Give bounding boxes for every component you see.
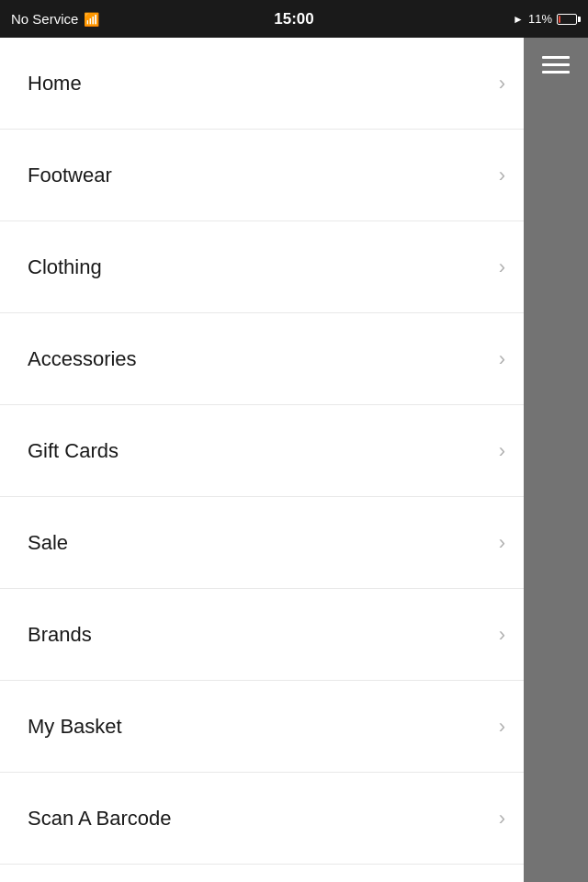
main-content: Home › Footwear › Clothing › Accessories…	[0, 38, 588, 882]
carrier-text: No Service	[11, 11, 78, 27]
chevron-right-icon: ›	[499, 623, 505, 647]
menu-item-label: Home	[28, 72, 82, 96]
status-right: ► 11%	[513, 12, 577, 26]
battery-fill	[559, 16, 560, 23]
menu-item-label: Gift Cards	[28, 439, 119, 463]
status-bar: No Service 📶 15:00 ► 11%	[0, 0, 588, 38]
hamburger-line-2	[542, 63, 570, 66]
battery-icon	[557, 14, 577, 25]
menu-item-footwear[interactable]: Footwear ›	[0, 130, 524, 221]
menu-item-label: Footwear	[28, 164, 112, 187]
chevron-right-icon: ›	[499, 255, 505, 279]
chevron-right-icon: ›	[499, 715, 505, 739]
wifi-icon: 📶	[84, 12, 99, 27]
chevron-right-icon: ›	[499, 164, 505, 187]
chevron-right-icon: ›	[499, 347, 505, 371]
chevron-right-icon: ›	[499, 72, 505, 96]
status-left: No Service 📶	[11, 11, 99, 27]
menu-item-label: Clothing	[28, 255, 102, 279]
hamburger-line-3	[542, 71, 570, 74]
menu-item-label: Accessories	[28, 347, 137, 371]
menu-item-label: My Basket	[28, 715, 122, 739]
menu-item-accessories[interactable]: Accessories ›	[0, 313, 524, 405]
chevron-right-icon: ›	[499, 531, 505, 555]
chevron-right-icon: ›	[499, 807, 505, 831]
menu-item-gift-cards[interactable]: Gift Cards ›	[0, 405, 524, 497]
menu-item-clothing[interactable]: Clothing ›	[0, 221, 524, 313]
hamburger-line-1	[542, 56, 570, 59]
status-time: 15:00	[274, 10, 313, 28]
battery-percent: 11%	[528, 12, 552, 26]
menu-list: Home › Footwear › Clothing › Accessories…	[0, 38, 524, 882]
menu-item-label: Sale	[28, 531, 68, 555]
menu-item-brands[interactable]: Brands ›	[0, 589, 524, 681]
menu-item-label: Scan A Barcode	[28, 807, 172, 831]
menu-item-label: Brands	[28, 623, 92, 647]
menu-item-home[interactable]: Home ›	[0, 38, 524, 130]
battery-body	[557, 14, 577, 25]
right-sidebar	[524, 38, 588, 882]
chevron-right-icon: ›	[499, 439, 505, 463]
location-icon: ►	[513, 13, 524, 26]
menu-item-sale[interactable]: Sale ›	[0, 497, 524, 589]
menu-item-my-basket[interactable]: My Basket ›	[0, 681, 524, 773]
hamburger-menu-icon[interactable]	[542, 56, 570, 74]
menu-item-scan-barcode[interactable]: Scan A Barcode ›	[0, 773, 524, 865]
